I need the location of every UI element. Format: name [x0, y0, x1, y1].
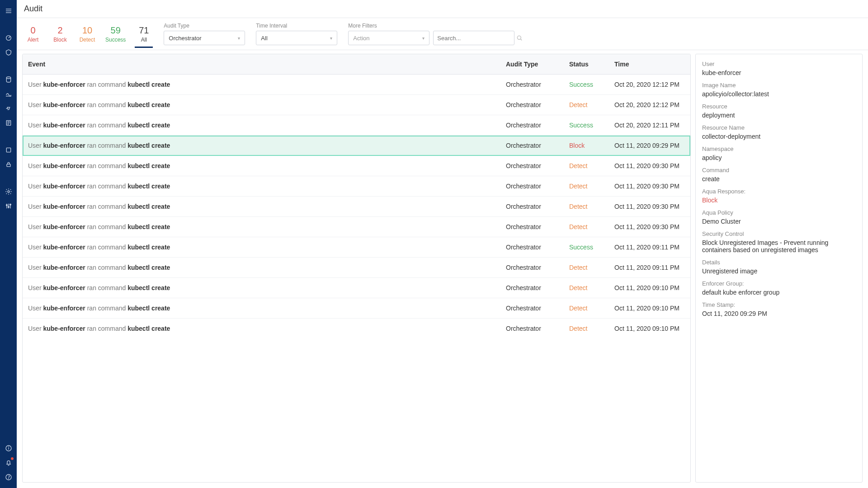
table-row[interactable]: User kube-enforcer ran command kubectl c… — [23, 136, 690, 156]
dashboard-icon[interactable] — [0, 31, 17, 45]
chevron-down-icon: ▾ — [238, 36, 240, 41]
cell-status: Detect — [564, 278, 609, 298]
svg-point-17 — [8, 206, 9, 208]
detail-row: Resourcedeployment — [702, 103, 856, 119]
filter-label: Time Interval — [256, 23, 337, 29]
table-row[interactable]: User kube-enforcer ran command kubectl c… — [23, 217, 690, 237]
detail-label: Time Stamp: — [702, 301, 856, 308]
search-icon — [516, 34, 523, 42]
detail-label: User — [702, 61, 856, 67]
cell-status: Detect — [564, 176, 609, 196]
status-tabs: 0Alert2Block10Detect59Success71All — [24, 25, 153, 50]
filters-bar: 0Alert2Block10Detect59Success71All Audit… — [17, 18, 868, 50]
table-row[interactable]: User kube-enforcer ran command kubectl c… — [23, 258, 690, 278]
detail-label: Aqua Policy — [702, 209, 856, 216]
detail-label: Security Control — [702, 230, 856, 237]
status-tab-all[interactable]: 71All — [135, 25, 153, 48]
status-count: 59 — [105, 25, 126, 36]
functions-icon[interactable] — [0, 101, 17, 116]
detail-value: Block Unregistered Images - Prevent runn… — [702, 239, 856, 253]
status-count: 0 — [24, 25, 42, 36]
svg-point-23 — [8, 479, 9, 479]
table-row[interactable]: User kube-enforcer ran command kubectl c… — [23, 176, 690, 197]
svg-point-18 — [9, 204, 11, 205]
select-more-filters[interactable]: Action ▾ — [348, 31, 429, 45]
cell-status: Detect — [564, 95, 609, 115]
risk-icon[interactable] — [0, 45, 17, 60]
status-tab-success[interactable]: 59Success — [105, 25, 126, 48]
detail-value: Oct 11, 2020 09:29 PM — [702, 310, 856, 317]
cell-time: Oct 11, 2020 09:30 PM — [609, 217, 690, 237]
cell-status: Success — [564, 237, 609, 257]
cell-event: User kube-enforcer ran command kubectl c… — [23, 176, 500, 196]
th-status[interactable]: Status — [564, 54, 609, 74]
cell-status: Detect — [564, 319, 609, 338]
table-row[interactable]: User kube-enforcer ran command kubectl c… — [23, 298, 690, 319]
svg-rect-10 — [6, 148, 10, 152]
cell-event: User kube-enforcer ran command kubectl c… — [23, 258, 500, 277]
svg-line-25 — [521, 39, 522, 40]
cell-status: Detect — [564, 258, 609, 277]
chevron-down-icon: ▾ — [330, 36, 332, 41]
menu-icon[interactable] — [0, 4, 17, 18]
topbar: Audit — [17, 0, 868, 18]
detail-row: Image Nameapolicyio/collector:latest — [702, 82, 856, 98]
settings-icon[interactable] — [0, 184, 17, 199]
detail-label: Namespace — [702, 145, 856, 152]
filter-time-interval: Time Interval All ▾ — [256, 23, 337, 50]
cell-event: User kube-enforcer ran command kubectl c… — [23, 197, 500, 216]
cell-type: Orchestrator — [500, 115, 564, 135]
status-tab-detect[interactable]: 10Detect — [78, 25, 96, 48]
integrations-icon[interactable] — [0, 199, 17, 213]
svg-point-21 — [8, 447, 9, 447]
status-tab-alert[interactable]: 0Alert — [24, 25, 42, 48]
table-row[interactable]: User kube-enforcer ran command kubectl c… — [23, 237, 690, 258]
cell-time: Oct 11, 2020 09:11 PM — [609, 237, 690, 257]
select-time-interval[interactable]: All ▾ — [256, 31, 337, 45]
page-title: Audit — [24, 4, 42, 14]
th-type[interactable]: Audit Type — [500, 54, 564, 74]
cell-status: Block — [564, 136, 609, 155]
about-icon[interactable] — [0, 470, 17, 484]
detail-value: kube-enforcer — [702, 69, 856, 76]
cell-type: Orchestrator — [500, 95, 564, 115]
secrets-icon[interactable] — [0, 157, 17, 172]
filter-more: More Filters Action ▾ — [348, 23, 514, 50]
cell-event: User kube-enforcer ran command kubectl c… — [23, 217, 500, 237]
svg-point-16 — [6, 205, 7, 206]
cell-type: Orchestrator — [500, 319, 564, 338]
table-row[interactable]: User kube-enforcer ran command kubectl c… — [23, 115, 690, 136]
svg-point-4 — [6, 77, 10, 79]
select-audit-type[interactable]: Orchestrator ▾ — [164, 31, 245, 45]
detail-label: Resource — [702, 103, 856, 110]
table-row[interactable]: User kube-enforcer ran command kubectl c… — [23, 278, 690, 298]
search-input[interactable] — [437, 35, 513, 42]
enforcers-icon[interactable] — [0, 143, 17, 157]
table-row[interactable]: User kube-enforcer ran command kubectl c… — [23, 75, 690, 95]
detail-row: Security ControlBlock Unregistered Image… — [702, 230, 856, 253]
table-header: Event Audit Type Status Time — [23, 54, 690, 75]
workloads-icon[interactable] — [0, 87, 17, 101]
table-row[interactable]: User kube-enforcer ran command kubectl c… — [23, 197, 690, 217]
th-event[interactable]: Event — [23, 54, 500, 74]
status-tab-block[interactable]: 2Block — [51, 25, 69, 48]
th-time[interactable]: Time — [609, 54, 690, 74]
audit-icon[interactable] — [0, 116, 17, 130]
cell-status: Success — [564, 75, 609, 94]
alerts-icon[interactable] — [0, 455, 17, 470]
images-icon[interactable] — [0, 72, 17, 87]
cell-type: Orchestrator — [500, 237, 564, 257]
status-label: Success — [105, 37, 126, 43]
table-row[interactable]: User kube-enforcer ran command kubectl c… — [23, 95, 690, 115]
cell-time: Oct 11, 2020 09:11 PM — [609, 258, 690, 277]
detail-row: Aqua Response:Block — [702, 188, 856, 204]
detail-value: Block — [702, 197, 856, 204]
search-box[interactable] — [433, 31, 514, 45]
table-row[interactable]: User kube-enforcer ran command kubectl c… — [23, 156, 690, 176]
cell-time: Oct 11, 2020 09:30 PM — [609, 197, 690, 216]
details-panel: Userkube-enforcerImage Nameapolicyio/col… — [695, 54, 863, 483]
cell-event: User kube-enforcer ran command kubectl c… — [23, 95, 500, 115]
cell-time: Oct 11, 2020 09:10 PM — [609, 298, 690, 318]
table-row[interactable]: User kube-enforcer ran command kubectl c… — [23, 319, 690, 338]
info-icon[interactable] — [0, 441, 17, 455]
